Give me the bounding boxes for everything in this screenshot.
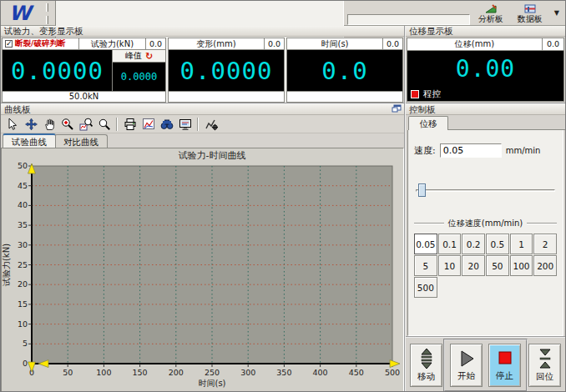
curve-settings-icon[interactable] [203,116,219,132]
group-divider [414,223,444,224]
cursor-icon[interactable] [4,116,20,132]
slider-thumb[interactable] [418,183,426,197]
toolbar-grip [46,3,48,12]
displacement-label: 位移(mm) [407,38,542,50]
print-icon[interactable] [122,116,138,132]
checkbox-check-icon[interactable]: ✓ [5,40,13,48]
control-panel: 控制板 位移 速度: mm/min [406,103,565,392]
svg-text:100: 100 [96,368,111,377]
speed-option-1[interactable]: 1 [510,234,533,254]
machine-buttons: 移动 开始 停止 [406,336,565,392]
mode-label: 程控 [423,88,441,100]
curve-tabs: 试验曲线 对比曲线 [1,133,404,148]
time-value-display: 0.0 [287,50,402,91]
svg-text:25: 25 [18,260,28,269]
speed-option-0.5[interactable]: 0.5 [486,234,509,254]
analysis-board-button[interactable]: 分析板 [474,3,508,23]
toolbar-overflow-icon[interactable]: ▼ [553,9,561,17]
zoom-in-icon[interactable] [59,116,75,132]
peak-label: 峰值 [125,50,142,62]
speed-option-5[interactable]: 5 [414,255,437,276]
control-panel-title: 控制板 [406,104,565,115]
svg-text:300: 300 [240,368,255,377]
speed-group-label: 位移速度(mm/min) [448,218,523,229]
home-icon [536,348,554,369]
speed-option-2[interactable]: 2 [533,234,557,254]
speed-input[interactable] [440,143,502,158]
time-label: 时间(s) [287,38,382,49]
deform-label: 变形(mm) [169,38,264,49]
time-range-label [287,91,402,102]
speed-option-100[interactable]: 100 [510,255,533,276]
speed-option-0.2[interactable]: 0.2 [462,234,485,254]
svg-text:40: 40 [18,200,28,209]
tab-test-curve[interactable]: 试验曲线 [3,133,56,148]
toolbar-separator [116,118,118,131]
binoculars-icon[interactable] [159,116,174,132]
chart-icon[interactable] [140,116,156,132]
analysis-board-icon [484,3,498,14]
deform-value-display: 0.0000 [169,50,284,91]
svg-text:450: 450 [349,368,364,377]
svg-text:20: 20 [18,279,28,289]
zoom-region-icon[interactable] [78,116,93,132]
break-detect-checkbox[interactable]: ✓ 断裂/破碎判断 [3,38,79,49]
home-button[interactable]: 回位 [528,344,561,387]
stop-icon [496,349,514,369]
speed-option-50[interactable]: 50 [486,255,509,276]
force-value-display: 0.0000 [3,50,112,91]
pan-icon[interactable] [23,116,38,132]
control-mode-strip: 程控 [407,87,563,101]
zoom-out-icon[interactable] [96,116,112,132]
force-panel-title: 试验力、变形显示板 [1,26,404,37]
speed-option-10[interactable]: 10 [438,255,462,276]
move-button[interactable]: 移动 [410,344,442,387]
svg-text:50: 50 [63,368,73,377]
start-icon [457,349,476,369]
speed-options-grid: 0.050.10.20.5125102050100200500 [414,234,557,298]
time-aux-value: 0.0 [382,38,402,49]
speed-label: 速度: [414,144,436,157]
hand-icon[interactable] [41,116,57,132]
start-button[interactable]: 开始 [450,344,483,387]
svg-text:试验力(kN): 试验力(kN) [2,244,11,287]
group-divider [527,223,557,224]
svg-text:400: 400 [313,368,328,377]
status-field-empty [347,14,470,25]
monitor-icon[interactable] [177,116,193,132]
curve-toolbar [1,115,404,133]
start-stop-group: 开始 停止 [443,339,528,392]
svg-text:200: 200 [169,368,184,377]
speed-option-200[interactable]: 200 [533,255,557,276]
speed-option-0.1[interactable]: 0.1 [438,234,462,254]
toolbar-grip [46,16,48,24]
force-time-chart[interactable]: 试验力-时间曲线05101520253035404550050100150200… [1,148,404,392]
break-detect-label: 断裂/破碎判断 [15,38,65,49]
time-display-group: 时间(s) 0.0 0.0 [286,38,403,103]
peak-value-display: 0.0000 [113,63,165,91]
speed-option-20[interactable]: 20 [462,255,485,276]
speed-option-500[interactable]: 500 [414,277,437,298]
svg-text:50: 50 [18,161,28,170]
toolbar-separator [197,118,199,131]
force-display-group: ✓ 断裂/破碎判断 试验力(kN) 0.0 0.0000 峰值 ↻ [2,38,166,103]
svg-text:时间(s): 时间(s) [198,379,225,388]
svg-text:15: 15 [18,299,28,309]
svg-text:0: 0 [23,359,28,368]
svg-text:30: 30 [18,240,28,249]
speed-option-0.05[interactable]: 0.05 [414,234,437,254]
peak-reset-icon[interactable]: ↻ [145,51,153,62]
svg-text:350: 350 [276,368,291,377]
svg-text:45: 45 [18,181,28,190]
speed-slider[interactable] [414,183,557,198]
curve-panel-title: 曲线板 [4,104,31,115]
svg-text:5: 5 [23,339,28,348]
stop-button[interactable]: 停止 [488,344,521,387]
tab-displacement-control[interactable]: 位移 [408,116,448,130]
svg-text:试验力-时间曲线: 试验力-时间曲线 [179,150,246,161]
data-board-button[interactable]: 数据板 [513,3,547,23]
displacement-panel-title: 位移显示板 [406,26,565,37]
tab-compare-curve[interactable]: 对比曲线 [54,134,108,148]
float-panel-icon[interactable] [392,104,402,115]
speed-unit-label: mm/min [506,146,541,155]
